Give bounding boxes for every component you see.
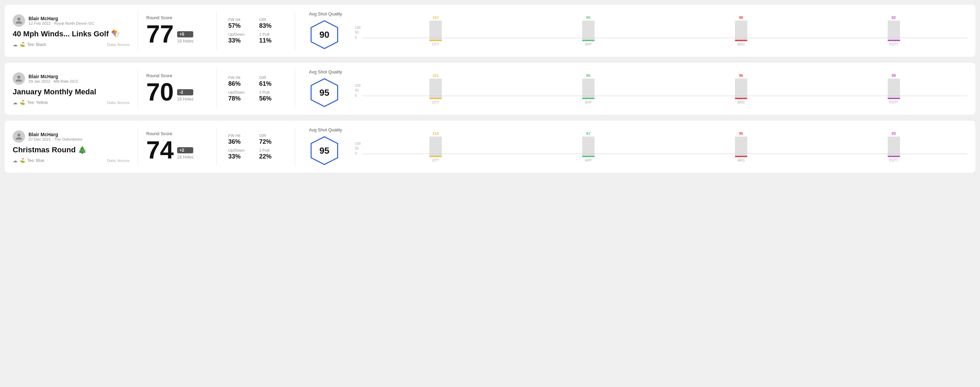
gir-item-3: GIR 72% — [259, 133, 283, 146]
bar-axis-label-arg: ARG — [737, 43, 745, 46]
quality-label-3: Avg Shot Quality — [309, 127, 342, 132]
player-name-3: Blair McHarg — [29, 132, 83, 137]
bar-stack-putt — [888, 136, 900, 157]
bar-axis-label-ott: OTT — [432, 100, 439, 104]
quality-label-1: Avg Shot Quality — [309, 11, 342, 16]
fw-hit-value-1: 57% — [228, 22, 252, 30]
quality-section-1: Avg Shot Quality 90 — [304, 11, 352, 50]
fw-hit-label-2: FW Hit — [228, 76, 252, 79]
hexagon-container-3: 95 — [309, 135, 340, 166]
chart-section-1: 100 50 0 107 OTT 95 APP 98 — [352, 16, 967, 46]
updown-item-1: Up/Down 33% — [228, 32, 252, 44]
gir-value-3: 72% — [259, 138, 283, 146]
oneputt-value-2: 56% — [259, 95, 283, 102]
updown-item-3: Up/Down 33% — [228, 148, 252, 160]
bar-value-putt: 99 — [891, 73, 896, 78]
bar-col-ott: 107 OTT — [362, 16, 509, 46]
score-main-row-3: 74 +2 18 Holes — [146, 138, 208, 162]
bar-fill-putt — [888, 98, 900, 99]
player-date-1: 12 Feb 2022 · Royal North Devon GC — [29, 21, 94, 25]
stats-section-1: FW Hit 57% GIR 83% Up/Down 33% 1 Putt 11… — [225, 17, 286, 44]
bar-value-ott: 110 — [433, 132, 439, 135]
bar-stack-app — [582, 136, 595, 157]
bar-col-arg: 98 ARG — [667, 16, 815, 46]
updown-label-1: Up/Down — [228, 32, 252, 36]
updown-value-2: 78% — [228, 95, 252, 102]
hexagon-3: 95 — [309, 135, 340, 166]
round-title-3: Christmas Round 🎄 — [13, 146, 129, 154]
bar-value-ott: 107 — [433, 16, 439, 19]
bar-value-arg: 96 — [739, 73, 743, 78]
player-row-2: Blair McHarg 29 Jan 2022 · Mill Ride GCC — [13, 72, 129, 85]
player-row-3: Blair McHarg 27 Dec 2021 · The Oxfordshi… — [13, 130, 129, 143]
round-card-3: Blair McHarg 27 Dec 2021 · The Oxfordshi… — [4, 120, 976, 173]
score-number-3: 74 — [146, 138, 174, 162]
stats-grid-2: FW Hit 86% GIR 61% Up/Down 78% 1 Putt 56… — [228, 76, 283, 102]
bar-stack-app — [582, 79, 595, 99]
quality-score-1: 90 — [320, 30, 329, 40]
tee-row-1: ☁ ⛳ Tee: Black Data: Arccos — [13, 42, 129, 48]
quality-section-3: Avg Shot Quality 95 — [304, 127, 352, 166]
golf-icon-3: ⛳ — [19, 158, 25, 163]
oneputt-label-3: 1 Putt — [259, 148, 283, 152]
card-left-1: Blair McHarg 12 Feb 2022 · Royal North D… — [13, 14, 129, 48]
bar-fill-app — [582, 98, 595, 99]
fw-hit-value-3: 36% — [228, 138, 252, 146]
oneputt-item-2: 1 Putt 56% — [259, 90, 283, 102]
person-icon — [15, 133, 23, 140]
bar-fill-ott — [430, 98, 442, 99]
card-left-3: Blair McHarg 27 Dec 2021 · The Oxfordshi… — [13, 130, 129, 163]
fw-hit-item-3: FW Hit 36% — [228, 133, 252, 146]
score-section-2: Round Score 70 -2 18 Holes — [146, 73, 208, 104]
score-badge-1: +5 — [177, 31, 193, 37]
score-badge-col-1: +5 18 Holes — [177, 31, 193, 46]
bar-value-arg: 98 — [739, 16, 743, 19]
avatar-1 — [13, 14, 25, 27]
bar-col-ott: 110 OTT — [362, 132, 509, 162]
bar-stack-putt — [888, 79, 900, 99]
bar-axis-label-putt: PUTT — [889, 100, 898, 104]
oneputt-value-1: 11% — [259, 37, 283, 44]
bar-axis-label-ott: OTT — [432, 159, 439, 162]
golf-icon-2: ⛳ — [19, 100, 25, 105]
fw-hit-item-2: FW Hit 86% — [228, 76, 252, 87]
weather-icon-1: ☁ — [13, 42, 18, 48]
updown-label-2: Up/Down — [228, 90, 252, 94]
person-icon — [15, 75, 23, 82]
quality-score-2: 95 — [320, 87, 329, 98]
tee-label-1: Tee: Black — [27, 42, 46, 47]
bar-col-app: 87 APP — [515, 132, 662, 162]
bar-fill-arg — [735, 98, 747, 99]
bar-col-app: 95 APP — [515, 16, 662, 46]
fw-hit-label-3: FW Hit — [228, 133, 252, 138]
score-badge-2: -2 — [177, 89, 193, 95]
updown-label-3: Up/Down — [228, 148, 252, 152]
player-date-2: 29 Jan 2022 · Mill Ride GCC — [29, 79, 79, 83]
player-info-1: Blair McHarg 12 Feb 2022 · Royal North D… — [29, 16, 94, 25]
stats-section-2: FW Hit 86% GIR 61% Up/Down 78% 1 Putt 56… — [225, 76, 286, 102]
score-main-row-1: 77 +5 18 Holes — [146, 22, 208, 46]
bar-col-ott: 101 OTT — [362, 73, 509, 104]
data-source-3: Data: Arccos — [107, 159, 129, 163]
quality-label-2: Avg Shot Quality — [309, 69, 342, 75]
gir-item-1: GIR 83% — [259, 17, 283, 30]
score-number-1: 77 — [146, 22, 174, 46]
quality-score-3: 95 — [320, 146, 329, 156]
player-info-3: Blair McHarg 27 Dec 2021 · The Oxfordshi… — [29, 132, 83, 141]
player-name-1: Blair McHarg — [29, 16, 94, 21]
weather-icon-3: ☁ — [13, 158, 18, 163]
card-left-2: Blair McHarg 29 Jan 2022 · Mill Ride GCC… — [13, 72, 129, 105]
player-row-1: Blair McHarg 12 Feb 2022 · Royal North D… — [13, 14, 129, 27]
oneputt-label-1: 1 Putt — [259, 32, 283, 36]
hexagon-container-1: 90 — [309, 19, 340, 50]
divider-mid-3 — [216, 127, 216, 166]
bar-value-putt: 82 — [891, 16, 896, 19]
score-badge-col-3: +2 18 Holes — [177, 147, 193, 162]
bar-col-putt: 93 PUTT — [820, 132, 967, 162]
stats-grid-3: FW Hit 36% GIR 72% Up/Down 33% 1 Putt 22… — [228, 133, 283, 160]
bar-stack-arg — [735, 21, 747, 41]
score-holes-2: 18 Holes — [177, 97, 193, 102]
bar-fill-arg — [735, 156, 747, 157]
fw-hit-item-1: FW Hit 57% — [228, 17, 252, 30]
bar-fill-app — [582, 156, 595, 157]
